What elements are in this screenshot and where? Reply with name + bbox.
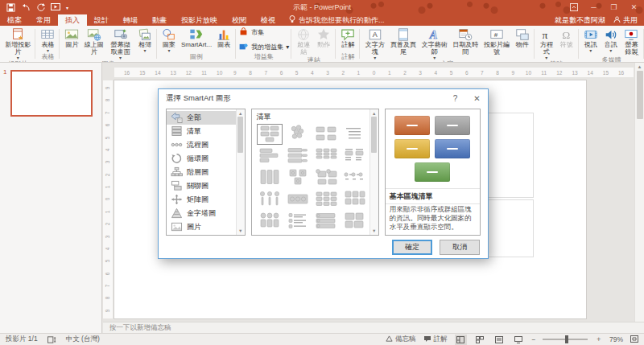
zoom-slider-knob[interactable] <box>565 335 568 343</box>
tab-常用[interactable]: 常用 <box>29 14 58 26</box>
tab-檢視[interactable]: 檢視 <box>254 14 283 26</box>
scroll-up-icon[interactable]: ▲ <box>638 64 642 69</box>
smartart-layout-grid-list[interactable] <box>341 189 367 210</box>
customize-qat-icon[interactable]: ▾ <box>66 5 68 10</box>
dialog-title-bar[interactable]: 選擇 SmartArt 圖形 ? ✕ <box>159 89 488 107</box>
zoom-slider[interactable] <box>543 339 588 340</box>
gallery-scrollbar[interactable]: ▲ ▼ <box>369 109 378 235</box>
fit-to-window-icon[interactable] <box>630 335 638 344</box>
tab-設計[interactable]: 設計 <box>87 14 116 26</box>
smartart-layout-circle-column-list[interactable] <box>257 211 283 232</box>
ribbon-button-object[interactable]: 物件 <box>513 27 532 60</box>
ribbon-button-new-slide[interactable]: 新增投影片▾ <box>2 27 33 60</box>
category-循環圖[interactable]: 循環圖 <box>167 152 236 166</box>
category-關聯圖[interactable]: 關聯圖 <box>167 179 236 193</box>
ribbon-button-text-box[interactable]: A文字方塊▾ <box>362 27 387 60</box>
scroll-down-icon[interactable]: ▼ <box>238 228 242 234</box>
category-矩陣圖[interactable]: 矩陣圖 <box>167 193 236 207</box>
minimize-icon[interactable]: ─ <box>584 0 604 14</box>
ribbon-button-smartart[interactable]: SmartArt... <box>180 27 213 53</box>
ribbon-button-comment[interactable]: 註解 <box>338 27 357 53</box>
smartart-layout-alternating-hexagons[interactable] <box>285 124 311 145</box>
ribbon-button-equation[interactable]: π方程式▾ <box>537 27 556 60</box>
smartart-layout-bullet-detail-list[interactable] <box>285 211 311 232</box>
category-階層圖[interactable]: 階層圖 <box>167 166 236 179</box>
close-icon[interactable]: ✕ <box>624 0 644 14</box>
smartart-layout-circle-accent-list[interactable] <box>313 167 339 188</box>
slideshow-view-icon[interactable] <box>513 335 525 345</box>
ribbon-button-header-footer[interactable]: 頁首及頁尾 <box>388 27 419 60</box>
smartart-layout-dot-process[interactable] <box>341 167 367 188</box>
smartart-layout-column-list[interactable] <box>341 146 367 166</box>
ribbon-button-date-time[interactable]: 日期及時間 <box>450 27 481 60</box>
scroll-up-icon[interactable]: ▲ <box>238 110 242 117</box>
scroll-down-icon[interactable]: ▼ <box>372 228 376 234</box>
zoom-in-icon[interactable]: ＋ <box>595 335 602 344</box>
category-金字塔圖[interactable]: 金字塔圖 <box>167 207 236 220</box>
smartart-layout-circle-row-list[interactable] <box>285 189 311 210</box>
ribbon-button-screenshot[interactable]: 螢幕擷取畫面▾ <box>106 27 134 60</box>
redo-icon[interactable] <box>36 3 45 12</box>
vertical-scrollbar[interactable]: ▲ <box>634 63 644 322</box>
language-indicator[interactable]: 中文 (台灣) <box>66 335 100 344</box>
smartart-layout-basic-block-list[interactable] <box>257 124 283 145</box>
ok-button[interactable]: 確定 <box>392 240 432 255</box>
scroll-up-icon[interactable]: ▲ <box>372 110 376 117</box>
cancel-button[interactable]: 取消 <box>440 240 480 255</box>
tab-投影片放映[interactable]: 投影片放映 <box>174 14 225 26</box>
slide-sorter-view-icon[interactable] <box>474 335 486 345</box>
tab-校閱[interactable]: 校閱 <box>225 14 254 26</box>
normal-view-icon[interactable] <box>455 335 467 345</box>
smartart-layout-stacked-list[interactable] <box>313 189 339 210</box>
scrollbar-thumb[interactable] <box>237 117 243 153</box>
collapse-ribbon-icon[interactable]: ⌃ <box>634 53 640 60</box>
smartart-layout-varying-width-list[interactable] <box>257 146 283 166</box>
ribbon-button-photo-album[interactable]: 相簿▾ <box>135 27 155 60</box>
ribbon-button-slide-number[interactable]: #投影片編號 <box>481 27 512 60</box>
reading-view-icon[interactable] <box>493 335 506 345</box>
scrollbar-thumb[interactable] <box>637 71 643 119</box>
tab-插入[interactable]: 插入 <box>58 14 87 26</box>
ribbon-button-my-addins[interactable]: 我的增益集▾ <box>238 41 289 53</box>
tab-file[interactable]: 檔案 <box>0 14 29 26</box>
ribbon-button-store[interactable]: 市集 <box>238 27 264 39</box>
tab-動畫[interactable]: 動畫 <box>145 14 174 26</box>
category-清單[interactable]: 清單 <box>167 125 236 138</box>
ribbon-button-online-pictures[interactable]: 線上圖片 <box>82 27 105 60</box>
smartart-layout-vertical-box-list[interactable] <box>257 167 283 188</box>
share-button[interactable]: 共用 <box>613 15 638 26</box>
undo-icon[interactable] <box>21 3 31 11</box>
smartart-layout-picture-caption-list[interactable] <box>313 124 339 145</box>
ribbon-display-options-icon[interactable] <box>564 0 584 14</box>
ribbon-button-chart[interactable]: 圖表 <box>214 27 233 53</box>
maximize-icon[interactable]: ❐ <box>604 0 624 14</box>
notes-toggle[interactable]: 備忘稿 <box>386 335 416 344</box>
category-scrollbar[interactable]: ▲ ▼ <box>236 109 245 235</box>
smartart-layout-tab-list[interactable] <box>285 146 311 166</box>
smartart-layout-picture-blocks[interactable] <box>285 167 311 188</box>
tab-轉場[interactable]: 轉場 <box>116 14 145 26</box>
dialog-help-icon[interactable]: ? <box>444 89 466 107</box>
smartart-layout-quad-list[interactable] <box>341 211 367 232</box>
smartart-layout-vertical-bullet-list[interactable] <box>341 124 367 145</box>
ribbon-button-table[interactable]: 表格▾ <box>38 27 57 53</box>
comments-toggle[interactable]: 註解 <box>423 335 448 344</box>
slide-thumbnail[interactable] <box>10 70 93 117</box>
ribbon-button-video[interactable]: 視訊▾ <box>581 27 601 56</box>
ribbon-button-picture[interactable]: 圖片 <box>62 27 81 60</box>
ribbon-button-shapes[interactable]: 圖案▾ <box>159 27 179 53</box>
scrollbar-thumb[interactable] <box>371 117 377 153</box>
ribbon-button-screen-recording[interactable]: 螢幕錄製 <box>621 27 642 56</box>
smartart-layout-grouped-list[interactable] <box>313 146 339 166</box>
zoom-out-icon[interactable]: − <box>532 335 536 343</box>
category-流程圖[interactable]: 流程圖 <box>167 138 236 152</box>
dialog-close-icon[interactable]: ✕ <box>466 89 488 107</box>
zoom-level[interactable]: 79% <box>609 335 623 343</box>
notes-pane[interactable]: 按一下以新增備忘稿 <box>103 322 644 333</box>
category-全部[interactable]: 全部 <box>167 111 236 125</box>
ribbon-button-audio[interactable]: 音訊▾ <box>601 27 621 56</box>
save-icon[interactable] <box>6 3 15 12</box>
category-圖片[interactable]: 圖片 <box>167 220 236 234</box>
ribbon-button-wordart[interactable]: A文字藝術師▾ <box>419 27 450 60</box>
start-slideshow-icon[interactable] <box>51 3 60 11</box>
